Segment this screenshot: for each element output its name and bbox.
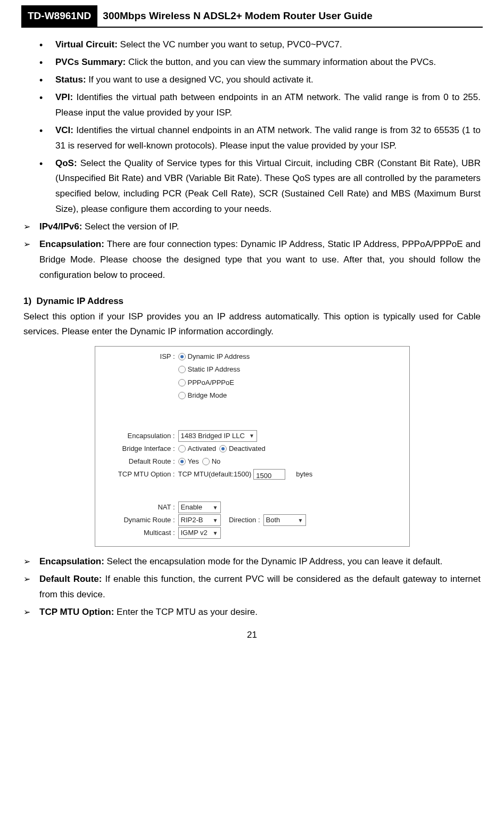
- mtu-input[interactable]: 1500: [253, 469, 285, 480]
- radio-label: Dynamic IP Address: [188, 351, 250, 363]
- select-value: 1483 Bridged IP LLC: [181, 430, 245, 442]
- select-value: Both: [266, 514, 280, 526]
- bullet-item: PVCs Summary: Click the button, and you …: [39, 55, 481, 70]
- mtu-suffix: bytes: [296, 468, 312, 480]
- radio-label: Bridge Mode: [188, 390, 227, 401]
- config-figure: ISP : Dynamic IP Address Static IP Addre…: [95, 346, 410, 547]
- radio-label: No: [212, 456, 221, 467]
- desc: Select the VC number you want to setup, …: [118, 39, 342, 50]
- bullet-item: QoS: Select the Quality of Service types…: [39, 156, 481, 218]
- select-value: RIP2-B: [181, 514, 203, 526]
- chevron-down-icon: ▼: [213, 529, 218, 538]
- arrow-item: Default Route: If enable this function, …: [23, 572, 481, 603]
- nat-label: NAT :: [101, 501, 178, 513]
- chevron-down-icon: ▼: [298, 516, 303, 525]
- desc: If enable this function, the current PVC…: [39, 574, 481, 599]
- term: VPI:: [55, 92, 73, 102]
- arrow-item: IPv4/IPv6: Select the version of IP.: [23, 219, 481, 235]
- section-num: 1): [23, 296, 31, 306]
- desc: Enter the TCP MTU as your desire.: [114, 607, 258, 617]
- term: VCI:: [55, 125, 73, 135]
- desc: Click the button, and you can view the s…: [126, 57, 436, 67]
- section-desc: Select this option if your ISP provides …: [23, 309, 481, 340]
- chevron-down-icon: ▼: [213, 503, 218, 512]
- desc: Select the Quality of Service types for …: [55, 158, 481, 215]
- radio-dynamic-ip[interactable]: [178, 353, 186, 360]
- term: Encapsulation:: [39, 556, 104, 566]
- desc: Select the encapsulation mode for the Dy…: [104, 556, 443, 566]
- radio-label: Activated: [188, 443, 216, 455]
- mtu-prefix: TCP MTU(default:1500): [178, 468, 252, 480]
- radio-label: PPPoA/PPPoE: [188, 377, 234, 389]
- arrow-item: TCP MTU Option: Enter the TCP MTU as you…: [23, 605, 481, 620]
- radio-route-yes[interactable]: [178, 458, 186, 465]
- desc: There are four connection types: Dynamic…: [39, 239, 481, 280]
- header-title: 300Mbps Wireless N ADSL2+ Modem Router U…: [103, 7, 372, 24]
- nat-select[interactable]: Enable ▼: [178, 501, 221, 513]
- term: PVCs Summary:: [55, 57, 126, 67]
- arrow-item: Encapsulation: Select the encapsulation …: [23, 554, 481, 570]
- bullet-item: VPI: Identifies the virtual path between…: [39, 90, 481, 121]
- arrow-list-2: Encapsulation: Select the encapsulation …: [23, 554, 481, 620]
- term: Virtual Circuit:: [55, 39, 118, 50]
- page-header: TD-W8961ND 300Mbps Wireless N ADSL2+ Mod…: [21, 5, 483, 28]
- section-title-text: Dynamic IP Address: [37, 296, 123, 306]
- bullet-item: Virtual Circuit: Select the VC number yo…: [39, 37, 481, 53]
- term: Encapsulation:: [39, 239, 104, 249]
- radio-static-ip[interactable]: [178, 366, 186, 373]
- arrow-item: Encapsulation: There are four connection…: [23, 237, 481, 283]
- arrow-list-1: IPv4/IPv6: Select the version of IP. Enc…: [23, 219, 481, 283]
- select-value: IGMP v2: [181, 527, 208, 539]
- radio-label: Yes: [188, 456, 199, 467]
- chevron-down-icon: ▼: [249, 431, 254, 440]
- bullet-item: Status: If you want to use a designed VC…: [39, 72, 481, 88]
- model-badge: TD-W8961ND: [21, 5, 97, 27]
- page-number: 21: [23, 628, 481, 643]
- default-route-label: Default Route :: [101, 456, 178, 467]
- page-content: Virtual Circuit: Select the VC number yo…: [0, 37, 504, 643]
- radio-bridge-activated[interactable]: [178, 445, 186, 452]
- direction-select[interactable]: Both ▼: [263, 514, 306, 526]
- section-heading: 1) Dynamic IP Address: [23, 294, 481, 309]
- dyn-route-label: Dynamic Route :: [101, 514, 178, 526]
- bullet-list: Virtual Circuit: Select the VC number yo…: [23, 37, 481, 217]
- mtu-label: TCP MTU Option :: [101, 468, 178, 480]
- radio-route-no[interactable]: [202, 458, 210, 465]
- term: Status:: [55, 75, 86, 85]
- desc: Identifies the virtual channel endpoints…: [55, 125, 481, 151]
- term: TCP MTU Option:: [39, 607, 114, 617]
- desc: If you want to use a designed VC, you sh…: [86, 75, 313, 85]
- term: QoS:: [55, 158, 77, 168]
- encapsulation-select[interactable]: 1483 Bridged IP LLC ▼: [178, 430, 257, 442]
- direction-label: Direction :: [221, 514, 263, 526]
- term: IPv4/IPv6:: [39, 221, 82, 232]
- term: Default Route:: [39, 574, 102, 584]
- chevron-down-icon: ▼: [213, 516, 218, 525]
- radio-label: Deactivated: [229, 443, 266, 455]
- bridge-label: Bridge Interface :: [101, 443, 178, 455]
- radio-bridge-deactivated[interactable]: [219, 445, 227, 452]
- desc: Identifies the virtual path between endp…: [55, 92, 481, 118]
- desc: Select the version of IP.: [82, 221, 179, 232]
- encapsulation-label: Encapsulation :: [101, 430, 178, 442]
- bullet-item: VCI: Identifies the virtual channel endp…: [39, 123, 481, 154]
- radio-label: Static IP Address: [188, 364, 241, 375]
- radio-bridge[interactable]: [178, 392, 186, 399]
- dyn-route-select[interactable]: RIP2-B ▼: [178, 514, 221, 526]
- multicast-label: Multicast :: [101, 527, 178, 539]
- select-value: Enable: [181, 501, 202, 513]
- isp-label: ISP :: [101, 351, 178, 363]
- radio-pppoa[interactable]: [178, 379, 186, 386]
- multicast-select[interactable]: IGMP v2 ▼: [178, 527, 221, 539]
